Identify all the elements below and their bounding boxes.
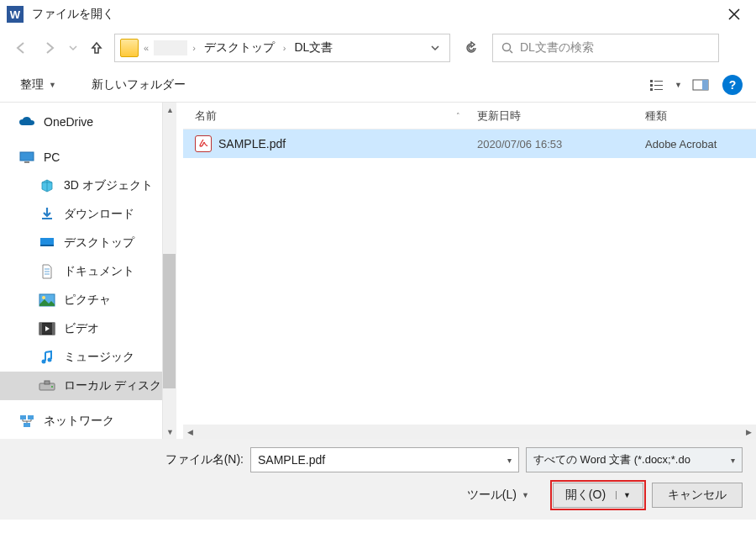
file-date: 2020/07/06 16:53: [477, 138, 637, 150]
scroll-left-icon[interactable]: ◀: [183, 428, 197, 436]
nav-back-button[interactable]: [10, 37, 32, 59]
cancel-button[interactable]: キャンセル: [652, 483, 743, 508]
sidebar-item-downloads[interactable]: ダウンロード: [0, 200, 176, 229]
svg-rect-16: [39, 323, 42, 335]
breadcrumb[interactable]: « › デスクトップ › DL文書: [114, 34, 450, 62]
folder-tree: OneDrive PC 3D オブジェクト ダウンロード デスクトップ ドキュメ…: [0, 103, 176, 439]
file-row[interactable]: SAMPLE.pdf 2020/07/06 16:53 Adobe Acroba…: [183, 129, 756, 158]
svg-rect-24: [28, 415, 34, 420]
pdf-icon: [195, 135, 212, 152]
pictures-icon: [39, 292, 55, 309]
breadcrumb-segment-desktop[interactable]: デスクトップ: [201, 40, 278, 55]
svg-point-14: [42, 296, 45, 299]
svg-rect-2: [654, 81, 663, 82]
file-name: SAMPLE.pdf: [218, 137, 286, 150]
video-icon: [39, 320, 55, 337]
sidebar-item-3d[interactable]: 3D オブジェクト: [0, 172, 176, 200]
filename-value: SAMPLE.pdf: [258, 453, 325, 467]
music-icon: [39, 349, 55, 366]
cancel-label: キャンセル: [668, 488, 727, 503]
horizontal-scrollbar[interactable]: ◀ ▶: [183, 425, 756, 439]
filetype-value: すべての Word 文書 (*.docx;*.do: [533, 452, 690, 467]
file-type: Adobe Acrobat: [637, 138, 756, 150]
breadcrumb-dropdown[interactable]: [426, 44, 444, 52]
column-type[interactable]: 種類: [637, 108, 756, 124]
preview-pane-button[interactable]: [687, 76, 714, 94]
svg-point-18: [42, 360, 46, 364]
column-headers[interactable]: 名前 ˄ 更新日時 種類: [183, 103, 756, 129]
scroll-down-icon[interactable]: ▼: [163, 425, 176, 439]
organize-button[interactable]: 整理 ▼: [13, 74, 63, 96]
column-name-label: 名前: [195, 108, 217, 124]
breadcrumb-overflow: «: [142, 43, 150, 53]
refresh-button[interactable]: [457, 34, 486, 62]
new-folder-label: 新しいフォルダー: [92, 77, 186, 92]
sidebar-item-network[interactable]: ネットワーク: [0, 407, 176, 435]
svg-point-19: [48, 358, 52, 362]
column-name[interactable]: 名前 ˄: [183, 108, 477, 124]
sidebar-item-label: ミュージック: [64, 350, 134, 365]
onedrive-icon: [18, 113, 35, 130]
nav-up-button[interactable]: [86, 37, 108, 59]
svg-point-21: [51, 386, 53, 388]
help-button[interactable]: ?: [722, 75, 743, 95]
svg-rect-5: [650, 88, 653, 91]
tools-button[interactable]: ツール(L) ▼: [467, 488, 529, 503]
sidebar-item-label: ダウンロード: [64, 207, 134, 222]
new-folder-button[interactable]: 新しいフォルダー: [85, 74, 192, 96]
svg-rect-22: [45, 381, 50, 384]
svg-rect-4: [654, 85, 663, 86]
svg-rect-6: [654, 89, 663, 90]
desktop-icon: [39, 235, 55, 251]
folder-icon: [120, 39, 139, 57]
disk-icon: [39, 377, 55, 394]
tools-label: ツール(L): [467, 488, 517, 503]
pc-icon: [18, 149, 35, 166]
sidebar-item-onedrive[interactable]: OneDrive: [0, 108, 176, 136]
nav-recent-dropdown[interactable]: [67, 37, 79, 59]
nav-forward-button[interactable]: [39, 37, 60, 59]
sort-indicator-icon: ˄: [456, 112, 460, 120]
window-title: ファイルを開く: [32, 7, 717, 22]
word-app-icon: W: [7, 6, 24, 23]
scroll-right-icon[interactable]: ▶: [742, 428, 756, 436]
filename-input[interactable]: SAMPLE.pdf ▾: [250, 447, 519, 472]
search-placeholder: DL文書の検索: [520, 40, 594, 55]
sidebar-item-pictures[interactable]: ピクチャ: [0, 286, 176, 314]
download-icon: [39, 206, 55, 223]
svg-rect-8: [702, 80, 708, 90]
document-icon: [39, 263, 55, 280]
sidebar-item-label: ドキュメント: [64, 264, 134, 279]
filename-label: ファイル名(N):: [165, 452, 244, 467]
open-button[interactable]: 開く(O) ▼: [553, 483, 643, 508]
search-input[interactable]: DL文書の検索: [492, 34, 719, 62]
chevron-down-icon[interactable]: ▾: [507, 456, 512, 465]
svg-rect-1: [650, 80, 653, 82]
sidebar-item-documents[interactable]: ドキュメント: [0, 257, 176, 286]
sidebar-item-label: ピクチャ: [64, 293, 111, 308]
svg-point-0: [503, 44, 511, 51]
sidebar-scrollbar[interactable]: ▲ ▼: [162, 103, 176, 439]
breadcrumb-hidden-segment[interactable]: [154, 40, 187, 55]
filetype-select[interactable]: すべての Word 文書 (*.docx;*.do ▾: [526, 447, 743, 472]
chevron-right-icon: ›: [191, 43, 197, 53]
sidebar-item-videos[interactable]: ビデオ: [0, 314, 176, 343]
sidebar-item-label: ビデオ: [64, 321, 99, 336]
sidebar-item-label: デスクトップ: [64, 235, 134, 251]
open-split-dropdown[interactable]: ▼: [616, 491, 631, 499]
svg-rect-23: [20, 415, 26, 420]
column-date[interactable]: 更新日時: [477, 108, 637, 124]
scrollbar-thumb[interactable]: [163, 254, 176, 388]
svg-rect-12: [40, 245, 54, 246]
sidebar-item-music[interactable]: ミュージック: [0, 343, 176, 372]
sidebar-item-localdisk[interactable]: ローカル ディスク (C: [0, 372, 176, 400]
sidebar-item-label: PC: [44, 150, 60, 164]
scroll-up-icon[interactable]: ▲: [163, 103, 176, 117]
view-mode-button[interactable]: ▼: [644, 75, 687, 95]
close-button[interactable]: [717, 0, 751, 29]
breadcrumb-segment-dl[interactable]: DL文書: [291, 40, 336, 55]
chevron-down-icon: ▾: [731, 456, 735, 465]
sidebar-item-pc[interactable]: PC: [0, 143, 176, 172]
sidebar-item-desktop[interactable]: デスクトップ: [0, 229, 176, 257]
svg-rect-17: [52, 323, 55, 335]
